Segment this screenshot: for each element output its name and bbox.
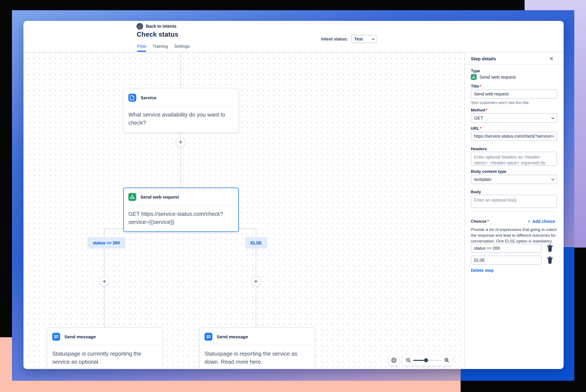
add-step-button[interactable]: +: [176, 137, 185, 147]
tab-settings[interactable]: Settings: [174, 44, 190, 51]
delete-step-link[interactable]: Delete step: [471, 268, 494, 273]
webhook-icon: [128, 193, 136, 201]
headers-label: Headers: [471, 146, 487, 151]
plus-icon: +: [254, 278, 258, 285]
node-send-message-left[interactable]: Send message Statuspage is currently rep…: [47, 327, 163, 369]
title-input[interactable]: [471, 90, 557, 99]
add-choice-button[interactable]: + Add choice: [527, 218, 555, 224]
choice-input-2[interactable]: [471, 256, 542, 265]
title-label: Title*: [471, 84, 481, 89]
method-value: GET: [474, 116, 483, 120]
node-title: Send web request: [141, 194, 179, 200]
edge-line: [256, 248, 256, 327]
webhook-icon: [471, 74, 477, 80]
trash-icon[interactable]: [546, 256, 553, 264]
choice-input-1[interactable]: [471, 244, 542, 253]
chevron-down-icon: [551, 116, 555, 119]
node-title: Service: [141, 95, 157, 100]
add-step-button[interactable]: +: [251, 276, 261, 286]
intent-status-value: Test: [354, 37, 363, 42]
zoom-in-icon[interactable]: [444, 358, 450, 363]
back-label: Back to intents: [146, 24, 176, 29]
add-step-button[interactable]: +: [99, 276, 109, 286]
edge-line: [256, 228, 256, 237]
intent-status-label: Intent status:: [321, 37, 348, 42]
node-body: Statuspage is currently reporting the se…: [52, 350, 158, 366]
add-choice-label: Add choice: [532, 219, 555, 224]
node-service[interactable]: Service What service availability do you…: [123, 88, 239, 133]
plus-icon: +: [179, 138, 183, 146]
message-icon: [204, 333, 212, 341]
tab-training[interactable]: Training: [152, 44, 168, 51]
intent-status-select[interactable]: Test: [352, 35, 377, 43]
node-divider: [127, 205, 235, 206]
document-icon: [128, 94, 136, 102]
type-value: Send web request: [480, 74, 516, 80]
zoom-toolbar: [403, 355, 452, 366]
node-divider: [51, 345, 159, 345]
tab-bar: Flow Training Settings: [137, 44, 190, 51]
body-content-type-select[interactable]: text/plain: [471, 175, 557, 184]
trash-icon[interactable]: [546, 244, 553, 252]
chevron-down-icon: [551, 177, 555, 181]
title-help-text: Your customers won't see this title.: [471, 100, 530, 105]
edge-line: [180, 124, 181, 190]
choices-help-text: Provide a list of expressions that going…: [471, 227, 558, 244]
close-icon[interactable]: ✕: [548, 55, 555, 63]
edge-line: [180, 52, 181, 88]
message-icon: [52, 333, 60, 341]
app-window: ← Back to intents Check status Flow Trai…: [24, 21, 564, 369]
node-title: Send message: [217, 334, 248, 340]
headers-textarea[interactable]: [471, 152, 557, 166]
page-title: Check status: [137, 31, 178, 38]
panel-title-divider: [465, 64, 564, 65]
back-to-intents-link[interactable]: ← Back to intents: [136, 23, 176, 30]
choices-label: Choices*: [471, 219, 489, 224]
node-divider: [203, 345, 312, 345]
recenter-button[interactable]: [389, 355, 399, 366]
node-send-web-request[interactable]: Send web request GET https://service-sta…: [123, 188, 239, 232]
edge-line: [104, 248, 105, 327]
method-select[interactable]: GET: [471, 113, 557, 123]
panel-title: Step details: [471, 56, 496, 61]
target-icon: [391, 357, 397, 363]
panel-divider: [464, 52, 465, 369]
plus-icon: +: [102, 278, 106, 285]
zoom-slider[interactable]: [413, 360, 442, 361]
type-value-row: Send web request: [471, 74, 516, 80]
body-content-type-label: Body content type: [471, 169, 506, 174]
zoom-out-icon[interactable]: [406, 358, 411, 363]
zoom-slider-knob[interactable]: [424, 358, 428, 362]
url-input[interactable]: [471, 132, 557, 141]
node-body: What service availability do you want to…: [128, 110, 234, 127]
node-body: Statuspage is reporting the service as d…: [204, 350, 310, 366]
plus-icon: +: [527, 218, 530, 224]
body-textarea[interactable]: [471, 195, 557, 208]
tab-flow[interactable]: Flow: [137, 44, 146, 51]
node-title: Send message: [64, 334, 96, 340]
body-content-type-value: text/plain: [474, 177, 491, 182]
url-label: URL*: [471, 126, 481, 131]
intent-status-group: Intent status: Test: [321, 35, 377, 43]
back-arrow-icon: ←: [136, 23, 143, 30]
chevron-down-icon: [372, 37, 375, 40]
body-label: Body: [471, 190, 481, 194]
flow-canvas[interactable]: Service What service availability do you…: [24, 52, 464, 369]
node-divider: [127, 106, 235, 106]
type-label: Type: [471, 68, 480, 73]
branch-chip-status-200[interactable]: status == 200: [87, 237, 125, 248]
edge-line: [104, 228, 105, 237]
node-body: GET https://service-status.com/check?ser…: [128, 210, 234, 226]
branch-chip-else[interactable]: ELSE: [245, 237, 267, 248]
method-label: Method*: [471, 108, 487, 112]
section-divider: [471, 211, 557, 212]
node-send-message-right[interactable]: Send message Statuspage is reporting the…: [199, 327, 315, 369]
